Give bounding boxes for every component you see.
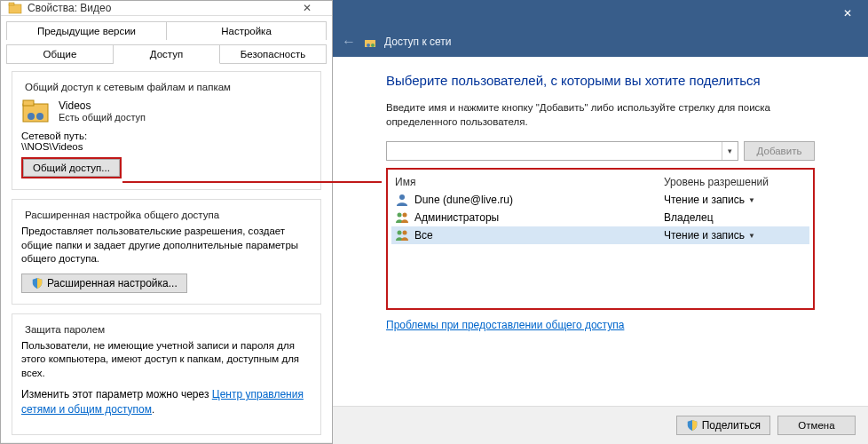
folder-status: Есть общий доступ: [59, 112, 146, 123]
list-header: Имя Уровень разрешений: [391, 173, 809, 191]
share-button-highlight: Общий доступ...: [21, 157, 122, 178]
shield-icon: [31, 277, 43, 289]
user-list-highlight: Имя Уровень разрешений Dune (dune@live.r…: [386, 168, 815, 310]
svg-rect-2: [23, 104, 48, 122]
folder-name: Videos: [59, 99, 146, 112]
share-wizard: ✕ ← Доступ к сети Выберите пользователей…: [333, 0, 868, 444]
group-title: Общий доступ к сетевым файлам и папкам: [21, 82, 234, 92]
wizard-footer: Поделиться Отмена: [333, 406, 868, 444]
password-description-2: Изменить этот параметр можно через Центр…: [21, 387, 312, 416]
close-button[interactable]: ✕: [827, 0, 868, 27]
troubleshoot-link[interactable]: Проблемы при предоставлении общего досту…: [386, 319, 624, 331]
tab-body: Общий доступ к сетевым файлам и папкам V…: [1, 64, 332, 442]
share-icon: [363, 35, 377, 49]
svg-rect-1: [9, 3, 14, 5]
cancel-button[interactable]: Отмена: [777, 416, 856, 435]
list-row[interactable]: АдминистраторыВладелец: [391, 209, 809, 226]
wizard-instruction: Введите имя и нажмите кнопку "Добавить" …: [386, 100, 815, 129]
group-network-sharing: Общий доступ к сетевым файлам и папкам V…: [12, 71, 321, 190]
svg-point-11: [403, 213, 407, 218]
permission-cell[interactable]: Владелец: [664, 211, 806, 224]
user-icon: [395, 193, 414, 207]
nav-bar: ← Доступ к сети: [333, 27, 868, 57]
group-icon: [395, 228, 414, 242]
folder-summary: Videos Есть общий доступ: [21, 97, 312, 125]
chevron-down-icon: ▼: [748, 232, 755, 240]
close-button[interactable]: ✕: [289, 2, 325, 14]
titlebar: Свойства: Видео ✕: [1, 1, 332, 16]
share-button[interactable]: Поделиться: [676, 416, 770, 435]
password-description: Пользователи, не имеющие учетной записи …: [21, 339, 312, 381]
tab-previous-versions[interactable]: Предыдущие версии: [6, 21, 167, 40]
svg-point-8: [371, 44, 375, 47]
wizard-heading: Выберите пользователей, с которыми вы хо…: [386, 73, 815, 88]
column-name[interactable]: Имя: [395, 176, 664, 188]
svg-point-9: [399, 194, 405, 200]
share-button-label: Поделиться: [702, 419, 761, 432]
tab-general[interactable]: Общие: [6, 44, 114, 64]
window-title: Свойства: Видео: [28, 2, 289, 14]
list-row[interactable]: ВсеЧтение и запись ▼: [391, 226, 809, 244]
group-password-protection: Защита паролем Пользователи, не имеющие …: [12, 313, 321, 436]
annotation-connector-line: [122, 181, 382, 183]
tabs-row-top: Предыдущие версии Настройка: [1, 16, 332, 40]
folder-icon: [8, 1, 22, 15]
group-icon: [395, 210, 414, 225]
svg-rect-0: [9, 4, 21, 13]
svg-point-10: [398, 213, 402, 218]
network-path-label: Сетевой путь:: [21, 131, 312, 141]
user-input[interactable]: [387, 142, 722, 160]
titlebar: ✕: [333, 0, 868, 27]
group-title: Защита паролем: [21, 324, 108, 335]
properties-dialog: Свойства: Видео ✕ Предыдущие версии Наст…: [0, 0, 333, 444]
share-button[interactable]: Общий доступ...: [23, 159, 120, 177]
nav-title: Доступ к сети: [384, 36, 451, 48]
tabs-row-bottom: Общие Доступ Безопасность: [1, 39, 332, 64]
svg-point-12: [398, 231, 402, 235]
shared-folder-icon: [21, 97, 50, 125]
add-button[interactable]: Добавить: [744, 141, 815, 161]
tab-sharing[interactable]: Доступ: [114, 44, 220, 64]
permission-cell[interactable]: Чтение и запись ▼: [664, 194, 806, 206]
advanced-description: Предоставляет пользовательские разрешени…: [21, 225, 312, 266]
group-advanced-sharing: Расширенная настройка общего доступа Пре…: [12, 199, 321, 305]
group-title: Расширенная настройка общего доступа: [21, 210, 223, 220]
list-row[interactable]: Dune (dune@live.ru)Чтение и запись ▼: [391, 191, 809, 209]
user-name: Администраторы: [414, 211, 664, 224]
svg-point-13: [403, 231, 407, 235]
shield-icon: [686, 419, 698, 432]
permission-cell[interactable]: Чтение и запись ▼: [664, 229, 806, 242]
user-name: Dune (dune@live.ru): [414, 194, 664, 206]
back-button[interactable]: ←: [342, 34, 356, 50]
user-combo[interactable]: ▾: [386, 141, 738, 161]
dropdown-button[interactable]: ▾: [722, 142, 738, 160]
user-add-row: ▾ Добавить: [386, 141, 815, 161]
advanced-settings-label: Расширенная настройка...: [47, 277, 178, 289]
tab-security[interactable]: Безопасность: [220, 44, 327, 64]
network-path-value: \\NOS\Videos: [21, 141, 312, 152]
svg-rect-3: [23, 100, 34, 106]
user-name: Все: [414, 229, 664, 242]
advanced-settings-button[interactable]: Расширенная настройка...: [21, 274, 187, 293]
tab-customize[interactable]: Настройка: [167, 21, 327, 40]
svg-point-7: [367, 44, 370, 47]
wizard-body: Выберите пользователей, с которыми вы хо…: [333, 57, 868, 406]
svg-point-4: [28, 113, 35, 120]
chevron-down-icon: ▼: [748, 196, 755, 204]
column-permission[interactable]: Уровень разрешений: [664, 176, 806, 188]
svg-point-5: [36, 113, 43, 120]
trouble-link-row: Проблемы при предоставлении общего досту…: [386, 319, 815, 331]
